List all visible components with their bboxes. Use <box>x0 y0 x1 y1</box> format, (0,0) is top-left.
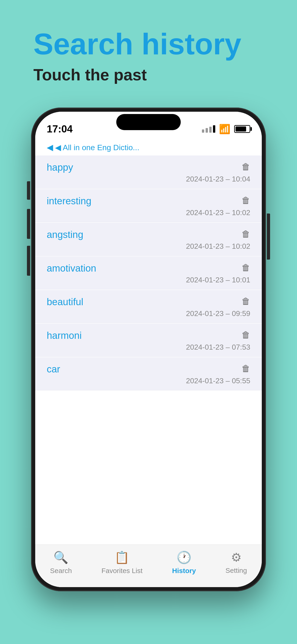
history-word: interesting <box>47 196 92 206</box>
tab-favorites[interactable]: 📋 Favorites List <box>102 550 142 575</box>
history-item[interactable]: angsting 🗑 2024-01-23 – 10:02 <box>35 223 262 256</box>
status-icons: 📶 <box>202 124 250 134</box>
tab-bar: 🔍 Search 📋 Favorites List 🕐 History ⚙ Se… <box>35 544 262 587</box>
history-date: 2024-01-23 – 10:04 <box>47 175 250 183</box>
phone-frame: 17:04 📶 ◀ ◀ All <box>31 108 266 591</box>
history-word: harmoni <box>47 330 82 341</box>
delete-icon[interactable]: 🗑 <box>242 330 250 340</box>
tab-history[interactable]: 🕐 History <box>172 550 196 575</box>
signal-icon <box>202 125 215 133</box>
history-tab-label: History <box>172 567 196 575</box>
favorites-tab-icon: 📋 <box>114 550 130 564</box>
history-word: happy <box>47 162 73 173</box>
history-word: amotivation <box>47 263 96 274</box>
nav-back-text: ◀ All in one Eng Dictio... <box>55 143 139 152</box>
nav-back[interactable]: ◀ ◀ All in one Eng Dictio... <box>35 139 262 156</box>
history-item[interactable]: car 🗑 2024-01-23 – 05:55 <box>35 357 262 390</box>
setting-tab-label: Setting <box>226 566 247 574</box>
history-date: 2024-01-23 – 10:02 <box>47 208 250 217</box>
history-date: 2024-01-23 – 07:53 <box>47 343 250 352</box>
delete-icon[interactable]: 🗑 <box>242 196 250 206</box>
history-item[interactable]: happy 🗑 2024-01-23 – 10:04 <box>35 156 262 189</box>
history-word: angsting <box>47 229 83 240</box>
history-item[interactable]: beautiful 🗑 2024-01-23 – 09:59 <box>35 290 262 323</box>
empty-content-area <box>35 391 262 460</box>
delete-icon[interactable]: 🗑 <box>242 229 250 239</box>
favorites-tab-label: Favorites List <box>102 567 142 575</box>
delete-icon[interactable]: 🗑 <box>242 364 250 374</box>
volume-up-button <box>27 209 30 239</box>
history-date: 2024-01-23 – 05:55 <box>47 376 250 385</box>
history-date: 2024-01-23 – 10:01 <box>47 276 250 284</box>
page-title: Search history <box>34 28 264 60</box>
status-bar: 17:04 📶 <box>35 112 262 139</box>
page-header: Search history Touch the past <box>0 0 297 98</box>
history-date: 2024-01-23 – 09:59 <box>47 309 250 318</box>
history-item[interactable]: harmoni 🗑 2024-01-23 – 07:53 <box>35 324 262 357</box>
history-word: car <box>47 364 60 375</box>
history-date: 2024-01-23 – 10:02 <box>47 242 250 250</box>
power-button <box>267 214 270 260</box>
delete-icon[interactable]: 🗑 <box>242 296 250 306</box>
tab-setting[interactable]: ⚙ Setting <box>226 550 247 574</box>
history-item[interactable]: amotivation 🗑 2024-01-23 – 10:01 <box>35 256 262 290</box>
delete-icon[interactable]: 🗑 <box>242 162 250 172</box>
history-word: beautiful <box>47 296 83 308</box>
history-scroll-area[interactable]: happy 🗑 2024-01-23 – 10:04 interesting 🗑… <box>35 156 262 544</box>
dynamic-island <box>116 114 181 130</box>
setting-tab-icon: ⚙ <box>231 550 242 564</box>
page-subtitle: Touch the past <box>34 65 264 84</box>
back-arrow-icon: ◀ <box>47 142 53 152</box>
status-time: 17:04 <box>47 123 73 135</box>
search-tab-label: Search <box>50 567 72 575</box>
search-tab-icon: 🔍 <box>54 550 68 564</box>
delete-icon[interactable]: 🗑 <box>242 263 250 273</box>
history-tab-icon: 🕐 <box>176 550 192 564</box>
history-item[interactable]: interesting 🗑 2024-01-23 – 10:02 <box>35 189 262 222</box>
phone-screen: 17:04 📶 ◀ ◀ All <box>35 112 262 587</box>
history-list: happy 🗑 2024-01-23 – 10:04 interesting 🗑… <box>35 156 262 390</box>
battery-icon <box>234 125 250 133</box>
wifi-icon: 📶 <box>219 124 230 134</box>
phone-wrapper: 17:04 📶 ◀ ◀ All <box>31 108 266 591</box>
volume-down-button <box>27 246 30 276</box>
tab-search[interactable]: 🔍 Search <box>50 550 72 575</box>
